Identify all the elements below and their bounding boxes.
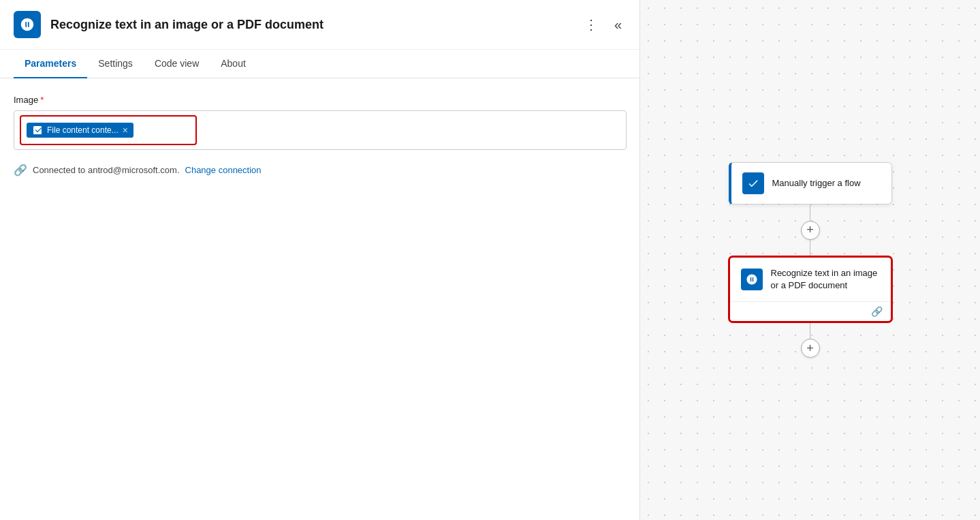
trigger-node-icon xyxy=(742,172,764,194)
trigger-node[interactable]: Manually trigger a flow xyxy=(729,162,892,204)
panel-title: Recognize text in an image or a PDF docu… xyxy=(50,18,571,32)
flow-container: Manually trigger a flow + Recognize tex xyxy=(729,162,892,358)
tab-code-view[interactable]: Code view xyxy=(144,50,210,78)
image-field-group: Image * File content conte... × xyxy=(14,95,626,150)
header-actions: ⋮ « xyxy=(580,14,626,35)
image-label: Image * xyxy=(14,95,626,105)
file-content-tag[interactable]: File content conte... × xyxy=(27,123,133,138)
recognize-node-icon xyxy=(741,269,763,290)
tag-close-button[interactable]: × xyxy=(123,125,128,135)
node-link-icon: 🔗 xyxy=(871,306,883,317)
tag-text: File content conte... xyxy=(47,125,118,135)
collapse-button[interactable]: « xyxy=(610,14,626,35)
right-panel: Manually trigger a flow + Recognize tex xyxy=(640,0,980,520)
panel-header: Recognize text in an image or a PDF docu… xyxy=(0,0,639,50)
tabs-bar: Parameters Settings Code view About xyxy=(0,50,639,78)
add-step-button-1[interactable]: + xyxy=(801,221,820,240)
tab-parameters[interactable]: Parameters xyxy=(14,50,87,78)
required-star: * xyxy=(40,95,44,105)
image-tag-box[interactable]: File content conte... × xyxy=(20,115,197,145)
trigger-node-label: Manually trigger a flow xyxy=(772,177,861,189)
connection-row: 🔗 Connected to antrod@microsoft.com. Cha… xyxy=(14,164,626,177)
connection-text: Connected to antrod@microsoft.com. xyxy=(33,165,180,175)
left-panel: Recognize text in an image or a PDF docu… xyxy=(0,0,640,520)
ocr-icon xyxy=(20,17,35,32)
canvas-area: Manually trigger a flow + Recognize tex xyxy=(640,0,980,520)
more-options-button[interactable]: ⋮ xyxy=(580,14,602,35)
image-input-area[interactable]: File content conte... × xyxy=(14,110,627,150)
change-connection-link[interactable]: Change connection xyxy=(185,165,262,175)
tab-settings[interactable]: Settings xyxy=(87,50,144,78)
trigger-icon xyxy=(747,177,759,189)
recognize-node-footer: 🔗 xyxy=(730,301,891,321)
panel-body: Image * File content conte... × xyxy=(0,78,639,520)
link-icon: 🔗 xyxy=(14,164,27,177)
recognize-node-label: Recognize text in an image or a PDF docu… xyxy=(771,267,880,292)
connector-2: + xyxy=(801,322,820,358)
connector-1: + xyxy=(801,204,820,256)
tag-icon xyxy=(32,125,43,136)
panel-icon xyxy=(14,11,41,38)
add-step-button-2[interactable]: + xyxy=(801,339,820,358)
recognize-icon xyxy=(746,273,758,286)
tab-about[interactable]: About xyxy=(210,50,257,78)
recognize-node[interactable]: Recognize text in an image or a PDF docu… xyxy=(729,256,892,322)
